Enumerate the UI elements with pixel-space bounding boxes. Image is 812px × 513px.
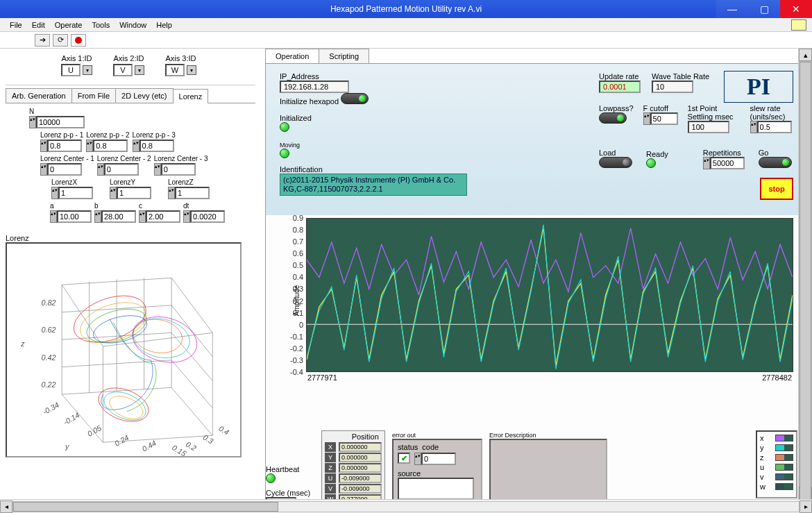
axis3-input[interactable] [165, 64, 185, 76]
c1-label: Lorenz Center - 1 [40, 155, 94, 162]
c3-spin[interactable]: ▴▾ [154, 163, 161, 176]
source-textarea[interactable] [398, 478, 474, 500]
lx-input[interactable] [58, 187, 93, 199]
c-input[interactable] [146, 210, 180, 223]
b-spin[interactable]: ▴▾ [94, 210, 101, 223]
c3-input[interactable] [161, 163, 196, 176]
vscrollbar[interactable]: ▴ ▾ [798, 49, 812, 499]
lz-input[interactable] [175, 187, 210, 199]
hscrollbar[interactable]: ◂ ▸ [0, 499, 812, 513]
slew-spin[interactable]: ▴▾ [750, 121, 757, 133]
slew-input[interactable] [757, 121, 792, 133]
run-button[interactable]: ➔ [35, 34, 50, 47]
N-label: N [29, 108, 34, 115]
rep-label: Repetitions [703, 149, 741, 157]
lz-spin[interactable]: ▴▾ [168, 187, 175, 199]
axis3-drop[interactable]: ▾ [187, 65, 196, 75]
run-continuous-button[interactable]: ⟳ [53, 34, 68, 47]
tab-operation[interactable]: Operation [265, 49, 319, 63]
dt-input[interactable] [190, 210, 225, 223]
menu-help[interactable]: Help [152, 19, 176, 31]
c2-input[interactable] [104, 163, 139, 176]
legend-swatch-y[interactable] [775, 444, 793, 451]
vscroll-up[interactable]: ▴ [799, 49, 812, 61]
axis-select-U[interactable]: U [325, 473, 336, 483]
c1-input[interactable] [47, 163, 82, 176]
N-input[interactable] [36, 116, 85, 128]
a-spin[interactable]: ▴▾ [50, 210, 57, 223]
code-input[interactable] [421, 453, 456, 465]
tab-scripting[interactable]: Scripting [319, 49, 369, 63]
legend-swatch-u[interactable] [775, 464, 793, 471]
axis-select-X[interactable]: X [325, 442, 336, 452]
a-label: a [50, 202, 54, 210]
b-input[interactable] [101, 210, 136, 223]
axis2-input[interactable] [113, 64, 133, 76]
hscroll-right[interactable]: ▸ [800, 501, 812, 513]
tab-lorenz[interactable]: Lorenz [173, 89, 209, 103]
pp3-input[interactable] [139, 140, 174, 152]
close-button[interactable]: ✕ [780, 0, 812, 18]
lorenz-3d-plot[interactable]: 0.82 0.62 0.42 0.22 z -0.34 -0.14 0.05 0… [6, 242, 242, 457]
c1-spin[interactable]: ▴▾ [40, 163, 47, 176]
pp1-input[interactable] [47, 140, 82, 152]
hscroll-left[interactable]: ◂ [0, 501, 12, 513]
menu-operate[interactable]: Operate [51, 19, 87, 31]
rep-spin[interactable]: ▴▾ [703, 157, 710, 169]
pp3-spin[interactable]: ▴▾ [133, 140, 139, 152]
a-input[interactable] [57, 210, 92, 223]
tab-from-file[interactable]: From File [71, 88, 116, 103]
N-spin[interactable]: ▴▾ [29, 116, 36, 128]
waveform-chart[interactable] [306, 218, 793, 372]
tab-arb-generation[interactable]: Arb. Generation [6, 88, 72, 103]
lx-spin[interactable]: ▴▾ [51, 187, 58, 199]
axis1-input[interactable] [61, 64, 81, 76]
axis-select-V[interactable]: V [325, 484, 336, 494]
load-button[interactable] [599, 157, 632, 168]
code-spin[interactable]: ▴▾ [414, 453, 421, 465]
load-label: Load [599, 149, 616, 157]
c2-spin[interactable]: ▴▾ [97, 163, 104, 176]
axis2-drop[interactable]: ▾ [135, 65, 144, 75]
update-field: 0.0001 [599, 81, 641, 93]
c-spin[interactable]: ▴▾ [139, 210, 146, 223]
legend-swatch-z[interactable] [775, 454, 793, 461]
legend-swatch-w[interactable] [775, 483, 793, 490]
waveform-legend[interactable]: xyzuvw [756, 430, 797, 498]
menu-window[interactable]: Window [115, 19, 151, 31]
svg-text:0.42: 0.42 [42, 353, 56, 362]
legend-swatch-x[interactable] [775, 435, 793, 441]
rep-input[interactable] [710, 157, 745, 169]
minimize-button[interactable]: — [716, 0, 748, 18]
lowpass-toggle[interactable] [599, 112, 627, 124]
axis1-drop[interactable]: ▾ [83, 65, 92, 75]
pp2-spin[interactable]: ▴▾ [86, 140, 93, 152]
fcut-spin[interactable]: ▴▾ [643, 112, 650, 125]
init-button[interactable] [341, 93, 369, 104]
ip-field[interactable]: 192.168.1.28 [280, 81, 349, 93]
help-icon[interactable] [791, 19, 806, 31]
titlebar[interactable]: Hexapod Patterned Motion Utility rev A.v… [0, 0, 812, 18]
tab-2d-levy[interactable]: 2D Levy (etc) [115, 88, 173, 103]
axis-select-Z[interactable]: Z [325, 463, 336, 473]
ly-spin[interactable]: ▴▾ [110, 187, 117, 199]
init-label: Initialize hexapod [280, 97, 339, 106]
dt-spin[interactable]: ▴▾ [183, 210, 190, 223]
stop-button[interactable]: stop [760, 178, 793, 200]
svg-text:0.62: 0.62 [42, 326, 56, 334]
menu-file[interactable]: File [6, 19, 26, 31]
go-button[interactable] [759, 157, 792, 168]
axis-value-V: -0.009000 [339, 484, 382, 494]
abort-button[interactable] [71, 34, 86, 47]
pp1-spin[interactable]: ▴▾ [40, 140, 47, 152]
menu-tools[interactable]: Tools [87, 19, 114, 31]
maximize-button[interactable]: ▢ [748, 0, 780, 18]
menu-edit[interactable]: Edit [28, 19, 49, 31]
legend-swatch-v[interactable] [775, 473, 793, 480]
error-description-box [489, 439, 607, 507]
pp2-input[interactable] [93, 140, 128, 152]
fcut-label: F cutoff [643, 104, 668, 112]
ly-input[interactable] [117, 187, 151, 199]
axis-select-Y[interactable]: Y [325, 453, 336, 462]
fcut-input[interactable] [650, 112, 678, 125]
